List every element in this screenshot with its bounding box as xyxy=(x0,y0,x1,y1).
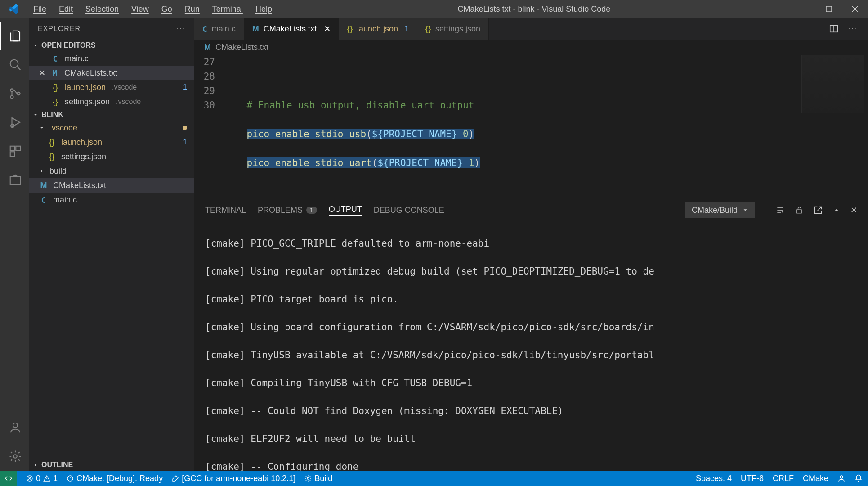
lock-scroll-icon[interactable] xyxy=(795,206,804,215)
menu-terminal[interactable]: Terminal xyxy=(206,1,249,18)
tab-mainc[interactable]: C main.c xyxy=(194,18,244,40)
activity-debug[interactable] xyxy=(0,108,29,137)
project-header[interactable]: BLINK xyxy=(29,109,194,121)
tree-file-mainc[interactable]: C main.c xyxy=(29,193,194,207)
menu-help[interactable]: Help xyxy=(249,1,278,18)
svg-point-1 xyxy=(10,60,18,68)
status-bar: 0 1 CMake: [Debug]: Ready [GCC for arm-n… xyxy=(0,471,868,486)
activity-bar xyxy=(0,18,29,471)
close-panel-icon[interactable]: ✕ xyxy=(850,205,857,215)
cmake-file-icon: M xyxy=(39,181,49,190)
sidebar-explorer: EXPLORER ··· OPEN EDITORS C main.c ✕ M C… xyxy=(29,18,194,471)
status-kit[interactable]: [GCC for arm-none-eabi 10.2.1] xyxy=(172,474,295,483)
activity-accounts[interactable] xyxy=(0,413,29,442)
status-spaces[interactable]: Spaces: 4 xyxy=(696,474,732,483)
sidebar-title: EXPLORER ··· xyxy=(29,18,194,40)
panel-tab-output[interactable]: OUTPUT xyxy=(329,205,362,216)
menu-bar: File Edit Selection View Go Run Terminal… xyxy=(27,1,278,18)
panel-tab-terminal[interactable]: TERMINAL xyxy=(205,206,246,215)
output-content[interactable]: [cmake] PICO_GCC_TRIPLE defaulted to arm… xyxy=(194,221,868,471)
collapse-panel-icon[interactable] xyxy=(832,206,841,214)
activity-cmake[interactable] xyxy=(0,166,29,194)
open-editor-item[interactable]: C main.c xyxy=(29,51,194,66)
open-editor-item[interactable]: {} settings.json .vscode xyxy=(29,94,194,109)
status-encoding[interactable]: UTF-8 xyxy=(741,474,764,483)
tab-launchjson[interactable]: {} launch.json 1 xyxy=(339,18,417,40)
breadcrumb[interactable]: M CMakeLists.txt xyxy=(194,40,868,55)
status-feedback-icon[interactable] xyxy=(837,474,846,482)
svg-rect-7 xyxy=(16,146,20,151)
svg-point-11 xyxy=(13,454,17,458)
maximize-button[interactable] xyxy=(816,0,842,18)
open-log-icon[interactable] xyxy=(814,206,823,215)
menu-go[interactable]: Go xyxy=(155,1,179,18)
svg-point-10 xyxy=(13,423,18,428)
more-icon[interactable]: ··· xyxy=(177,25,185,33)
svg-rect-0 xyxy=(826,6,832,12)
close-icon[interactable]: ✕ xyxy=(324,24,331,34)
activity-search[interactable] xyxy=(0,50,29,79)
project-tree: .vscode {} launch.json 1 {} settings.jso… xyxy=(29,121,194,207)
split-editor-icon[interactable] xyxy=(829,24,839,34)
menu-run[interactable]: Run xyxy=(179,1,206,18)
tree-folder-vscode[interactable]: .vscode xyxy=(29,121,194,135)
status-problems[interactable]: 0 1 xyxy=(26,474,58,483)
minimize-button[interactable] xyxy=(790,0,816,18)
panel-tab-problems[interactable]: PROBLEMS 1 xyxy=(258,206,317,215)
code-editor[interactable]: 27 28 29 30 # Enable usb output, disable… xyxy=(194,55,868,199)
activity-explorer[interactable] xyxy=(0,22,29,50)
svg-point-16 xyxy=(307,477,309,479)
json-file-icon: {} xyxy=(47,152,57,162)
status-eol[interactable]: CRLF xyxy=(773,474,794,483)
menu-edit[interactable]: Edit xyxy=(53,1,79,18)
tab-settingsjson[interactable]: {} settings.json xyxy=(417,18,489,40)
window-controls xyxy=(790,0,868,18)
panel-tabs: TERMINAL PROBLEMS 1 OUTPUT DEBUG CONSOLE… xyxy=(194,199,868,221)
bottom-panel: TERMINAL PROBLEMS 1 OUTPUT DEBUG CONSOLE… xyxy=(194,199,868,471)
menu-file[interactable]: File xyxy=(27,1,53,18)
chevron-right-icon xyxy=(39,168,45,174)
svg-rect-13 xyxy=(797,210,801,213)
tree-folder-build[interactable]: build xyxy=(29,164,194,178)
code-content[interactable]: # Enable usb output, disable uart output… xyxy=(224,55,868,199)
open-editors-header[interactable]: OPEN EDITORS xyxy=(29,40,194,51)
json-file-icon: {} xyxy=(47,138,57,147)
status-language[interactable]: CMake xyxy=(803,474,828,483)
cmake-file-icon: M xyxy=(50,68,60,78)
menu-view[interactable]: View xyxy=(125,1,155,18)
status-bell-icon[interactable] xyxy=(855,474,863,482)
close-button[interactable] xyxy=(842,0,868,18)
open-editor-item[interactable]: ✕ M CMakeLists.txt xyxy=(29,66,194,80)
json-file-icon: {} xyxy=(347,24,353,34)
more-icon[interactable]: ··· xyxy=(849,25,857,33)
tree-file-settings[interactable]: {} settings.json xyxy=(29,149,194,164)
menu-selection[interactable]: Selection xyxy=(79,1,125,18)
panel-tab-debug[interactable]: DEBUG CONSOLE xyxy=(374,206,444,215)
status-cmake[interactable]: CMake: [Debug]: Ready xyxy=(67,474,163,483)
svg-rect-8 xyxy=(10,152,14,156)
json-file-icon: {} xyxy=(50,97,60,107)
activity-settings[interactable] xyxy=(0,442,29,471)
tree-file-cmake[interactable]: M CMakeLists.txt xyxy=(29,178,194,193)
title-bar: File Edit Selection View Go Run Terminal… xyxy=(0,0,868,18)
svg-point-2 xyxy=(10,89,13,91)
output-channel-dropdown[interactable]: CMake/Build xyxy=(685,202,755,218)
editor-area: C main.c M CMakeLists.txt ✕ {} launch.js… xyxy=(194,18,868,471)
svg-rect-6 xyxy=(10,146,14,151)
remote-button[interactable] xyxy=(0,471,17,486)
chevron-down-icon xyxy=(39,125,45,131)
svg-point-4 xyxy=(17,92,20,95)
tree-file-launch[interactable]: {} launch.json 1 xyxy=(29,135,194,149)
close-icon[interactable]: ✕ xyxy=(39,68,45,78)
clear-output-icon[interactable] xyxy=(776,206,785,215)
activity-extensions[interactable] xyxy=(0,137,29,166)
minimap[interactable] xyxy=(801,55,864,113)
status-build[interactable]: Build xyxy=(304,474,332,483)
outline-header[interactable]: OUTLINE xyxy=(29,459,194,471)
activity-source-control[interactable] xyxy=(0,79,29,108)
svg-point-3 xyxy=(10,95,13,98)
modified-dot-icon xyxy=(183,126,187,130)
tab-cmakelists[interactable]: M CMakeLists.txt ✕ xyxy=(244,18,339,40)
open-editor-item[interactable]: {} launch.json .vscode 1 xyxy=(29,80,194,94)
svg-point-17 xyxy=(840,476,843,478)
